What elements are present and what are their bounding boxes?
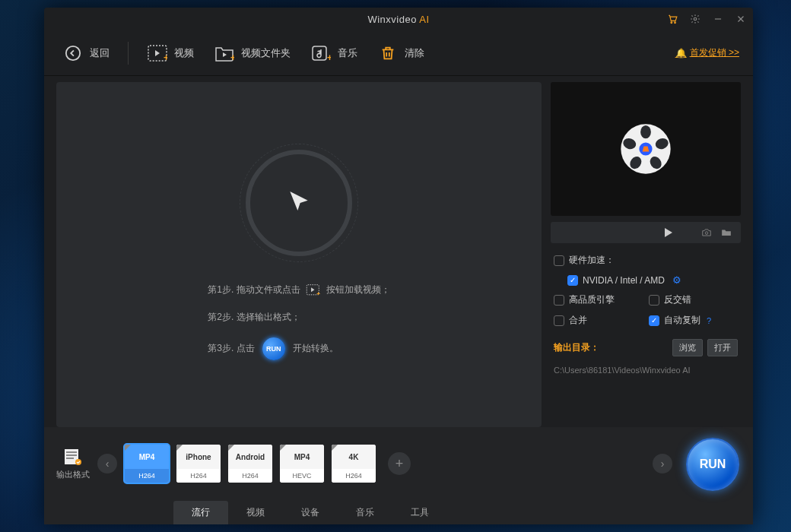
- steps: 第1步. 拖动文件或点击 + 按钮加载视频； 第2步. 选择输出格式； 第3步.…: [208, 283, 389, 360]
- folder-label: 视频文件夹: [241, 46, 291, 60]
- hwaccel-opt-row: NVIDIA / Intel / AMD ⚙: [567, 274, 738, 286]
- svg-point-6: [66, 46, 80, 59]
- hwaccel-opt: NVIDIA / Intel / AMD: [583, 275, 665, 286]
- side-panel: 硬件加速： NVIDIA / Intel / AMD ⚙ 高品质引擎 反交错 合…: [551, 82, 741, 427]
- tab-4[interactable]: 工具: [392, 501, 447, 524]
- promo-link[interactable]: 🔔 首发促销 >>: [675, 46, 739, 59]
- preview-area: [551, 82, 741, 216]
- hq-row: 高品质引擎: [554, 293, 643, 306]
- deint-checkbox[interactable]: [649, 295, 659, 306]
- svg-point-2: [694, 17, 697, 21]
- video-button[interactable]: + 视频: [141, 40, 200, 67]
- svg-rect-18: [66, 451, 77, 453]
- hwaccel-row: 硬件加速：: [554, 254, 738, 267]
- player-bar: [551, 222, 741, 243]
- clear-button[interactable]: 清除: [371, 40, 430, 67]
- merge-row: 合并: [554, 314, 643, 327]
- step-1: 第1步. 拖动文件或点击 + 按钮加载视频；: [208, 283, 389, 297]
- cart-icon[interactable]: [666, 13, 678, 25]
- svg-rect-20: [66, 458, 74, 459]
- format-card-android-h264[interactable]: AndroidH264: [228, 445, 272, 483]
- tab-3[interactable]: 音乐: [338, 501, 392, 524]
- formats-row: 输出格式 ‹ MP4H264iPhoneH264AndroidH264MP4HE…: [44, 427, 753, 500]
- svg-point-0: [671, 22, 672, 24]
- app-window: Winxvideo AI 返回 + 视频 + 视频文件夹 + 音乐: [44, 8, 753, 524]
- svg-point-1: [675, 22, 676, 24]
- separator: [128, 42, 129, 65]
- format-card-iphone-h264[interactable]: iPhoneH264: [176, 445, 221, 483]
- add-format-button[interactable]: +: [388, 452, 411, 475]
- next-format-button[interactable]: ›: [653, 454, 672, 473]
- clear-label: 清除: [405, 46, 424, 60]
- hwaccel-label: 硬件加速：: [569, 254, 615, 267]
- music-label: 音乐: [338, 46, 357, 60]
- back-button[interactable]: 返回: [56, 40, 116, 67]
- tab-0[interactable]: 流行: [173, 501, 228, 524]
- folder-button[interactable]: + 视频文件夹: [208, 40, 297, 67]
- hwaccel-master-checkbox[interactable]: [554, 255, 564, 266]
- tab-1[interactable]: 视频: [228, 501, 283, 524]
- bottom-bar: 输出格式 ‹ MP4H264iPhoneH264AndroidH264MP4HE…: [44, 427, 753, 524]
- svg-point-21: [75, 459, 81, 465]
- browse-button[interactable]: 浏览: [672, 339, 703, 356]
- back-icon: [62, 44, 84, 62]
- play-icon[interactable]: [665, 228, 672, 237]
- svg-text:+: +: [327, 52, 331, 62]
- video-label: 视频: [174, 46, 194, 60]
- video-icon: +: [147, 44, 168, 62]
- drop-circle: [246, 150, 352, 256]
- output-path: C:\Users\86181\Videos\Winxvideo AI: [554, 366, 738, 375]
- prev-format-button[interactable]: ‹: [97, 454, 117, 473]
- svg-text:+: +: [230, 52, 234, 62]
- deint-row: 反交错: [649, 293, 738, 306]
- output-label: 输出目录：: [554, 341, 599, 354]
- autocopy-row: 自动复制?: [649, 314, 738, 327]
- folder-open-icon[interactable]: [721, 228, 732, 237]
- video-mini-icon: +: [305, 283, 322, 297]
- bottom-tabs: 流行视频设备音乐工具: [44, 500, 753, 524]
- svg-text:+: +: [316, 290, 320, 296]
- trash-icon: [377, 44, 399, 62]
- format-icon: [63, 448, 83, 466]
- format-card-4k-h264[interactable]: 4KH264: [332, 445, 376, 483]
- autocopy-checkbox[interactable]: [649, 315, 659, 326]
- merge-checkbox[interactable]: [554, 315, 564, 326]
- svg-point-16: [705, 232, 708, 235]
- drop-area[interactable]: 第1步. 拖动文件或点击 + 按钮加载视频； 第2步. 选择输出格式； 第3步.…: [56, 82, 542, 427]
- cursor-icon: [284, 188, 314, 218]
- close-icon[interactable]: [735, 13, 747, 25]
- brand-text: Winxvideo: [367, 14, 416, 25]
- hwaccel-checkbox[interactable]: [567, 275, 578, 286]
- help-icon[interactable]: ?: [707, 316, 711, 325]
- output-format-label: 输出格式: [56, 448, 90, 480]
- step-3: 第3步. 点击 RUN 开始转换。: [208, 337, 338, 360]
- svg-text:+: +: [164, 52, 167, 62]
- promo-text: 首发促销 >>: [690, 46, 739, 59]
- app-title: Winxvideo AI: [367, 14, 429, 25]
- run-button[interactable]: RUN: [686, 438, 739, 491]
- folder-icon: +: [214, 44, 235, 62]
- minimize-icon[interactable]: [712, 13, 724, 25]
- format-card-mp4-h264[interactable]: MP4H264: [125, 445, 169, 483]
- options: 硬件加速： NVIDIA / Intel / AMD ⚙ 高品质引擎 反交错 合…: [551, 249, 741, 379]
- output-row: 输出目录： 浏览 打开: [554, 339, 738, 356]
- camera-icon[interactable]: [701, 228, 712, 237]
- format-card-mp4-hevc[interactable]: MP4HEVC: [280, 445, 324, 483]
- brand-suffix: AI: [419, 14, 429, 25]
- titlebar: Winxvideo AI: [44, 8, 753, 30]
- toolbar: 返回 + 视频 + 视频文件夹 + 音乐 清除 🔔 首发促销 >>: [44, 30, 753, 76]
- music-button[interactable]: + 音乐: [304, 40, 364, 67]
- hq-checkbox[interactable]: [554, 295, 564, 306]
- step-2: 第2步. 选择输出格式；: [208, 311, 300, 324]
- back-label: 返回: [90, 46, 110, 60]
- music-icon: +: [310, 44, 332, 62]
- svg-rect-19: [66, 454, 77, 456]
- format-cards: MP4H264iPhoneH264AndroidH264MP4HEVC4KH26…: [125, 445, 376, 483]
- gear-icon[interactable]: [689, 13, 701, 25]
- hwaccel-gear-icon[interactable]: ⚙: [672, 274, 681, 286]
- run-mini-icon: RUN: [262, 337, 285, 360]
- open-button[interactable]: 打开: [707, 339, 738, 356]
- app-logo-icon: [613, 116, 678, 182]
- tab-2[interactable]: 设备: [283, 501, 338, 524]
- bell-icon: 🔔: [675, 48, 687, 59]
